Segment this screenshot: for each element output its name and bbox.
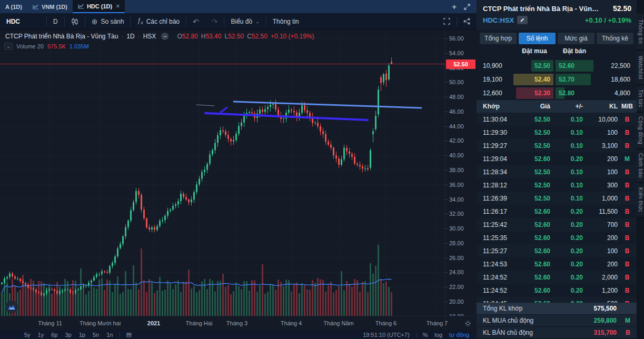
range-3p[interactable]: 3p xyxy=(65,332,72,338)
panel-tab-tổng-hợp[interactable]: Tổng hợp xyxy=(480,33,517,44)
panel-tab-số-lệnh[interactable]: Số lệnh xyxy=(519,33,556,44)
range-5n[interactable]: 5n xyxy=(93,332,99,338)
undo-button[interactable]: ↶ xyxy=(186,13,205,29)
price-tick: 48.00 xyxy=(449,94,464,100)
trades-header: KhớpGiá+/-KLM/B xyxy=(477,100,637,113)
legend-interval: 1D xyxy=(126,33,134,40)
trade-row: 11:29:3052.500.10100B xyxy=(477,126,637,139)
volume-legend: ⌄ Volume 20 575.5K 1.035M xyxy=(4,43,89,50)
price-axis[interactable]: 18.0020.0022.0024.0026.0028.0030.0032.00… xyxy=(445,30,477,316)
fullscreen-button[interactable] xyxy=(437,18,457,25)
rail-item-kiến-thức[interactable]: Kiến thức xyxy=(637,183,644,218)
panel-tab-mức-giá[interactable]: Mức giá xyxy=(558,33,595,44)
rail-item-thông-tin[interactable]: Thông tin xyxy=(637,14,644,51)
tabbar-actions: + xyxy=(452,0,477,13)
range-6p[interactable]: 6p xyxy=(51,332,57,338)
chart-bottom-bar: 5y1y6p3p1p5n1n ▤ 19:51:10 (UTC+7) % log … xyxy=(0,330,477,339)
gear-icon[interactable] xyxy=(464,320,471,327)
ohlc-values: O52.80H53.40L52.50C52.50 xyxy=(174,33,267,40)
indicators-button[interactable]: ƒx Các chỉ báo xyxy=(131,13,186,29)
side-rail: Thông tinWatchlistTin tứcCộng đồngCảnh b… xyxy=(637,0,644,339)
orderbook-row: 10,90052.5052.6022,500 xyxy=(477,59,637,73)
trade-row: 11:26:1752.600.2011,500B xyxy=(477,205,637,218)
chart-tab-hdc[interactable]: HDC (1D)× xyxy=(73,0,125,13)
last-price-badge: 52.50 xyxy=(446,59,475,69)
range-1y[interactable]: 1y xyxy=(38,332,44,338)
time-tick: Tháng 4 xyxy=(281,320,302,326)
price-tick: 54.00 xyxy=(449,50,464,56)
ask-qty: 4,800 xyxy=(595,89,637,97)
chart-tab-a[interactable]: A (1D) xyxy=(0,0,27,13)
volume-label: Volume 20 xyxy=(16,43,44,49)
rail-item-tin-tức[interactable]: Tin tức xyxy=(637,85,644,113)
symbol-search-button[interactable]: HDC xyxy=(0,13,46,29)
expand-icon[interactable] xyxy=(464,4,470,10)
rail-item-cảnh-báo[interactable]: Cảnh báo xyxy=(637,149,644,183)
interval-button[interactable]: D xyxy=(47,13,64,29)
chart-tab-vnm[interactable]: VNM (1D) xyxy=(27,0,73,13)
chart-tabbar: A (1D)VNM (1D)HDC (1D)× + xyxy=(0,0,477,13)
percent-scale-button[interactable]: % xyxy=(423,332,428,338)
trades-col-header: Giá xyxy=(519,103,550,110)
calendar-icon[interactable]: ▤ xyxy=(126,331,132,338)
trades-list[interactable]: 11:30:0452.500.1010,000B11:29:3052.500.1… xyxy=(477,113,637,303)
rail-item-watchlist[interactable]: Watchlist xyxy=(637,51,644,85)
last-price: 52.50 xyxy=(613,4,631,13)
legend-exchange: HSX xyxy=(143,33,156,40)
compare-button[interactable]: ⊕ So sánh xyxy=(85,13,131,29)
trades-col-header: +/- xyxy=(550,103,583,110)
price-tick: 46.00 xyxy=(449,108,464,115)
log-scale-button[interactable]: log xyxy=(434,332,442,338)
footer-row: KL MUA chủ động259,800M xyxy=(477,315,637,327)
time-tick: Tháng Mười hai xyxy=(80,320,121,326)
ask-price-cell[interactable]: 52.70 xyxy=(554,74,595,85)
platform-logo-icon[interactable] xyxy=(5,301,18,313)
time-axis[interactable]: Tháng 11Tháng Mười hai2021Tháng HaiTháng… xyxy=(0,316,477,330)
range-5y[interactable]: 5y xyxy=(24,332,31,338)
ask-price-cell[interactable]: 52.60 xyxy=(554,60,595,72)
undo-icon: ↶ xyxy=(193,17,199,26)
share-icon[interactable] xyxy=(457,18,477,25)
footer-row: Tổng KL khớp575,500 xyxy=(477,303,637,315)
chart-section: A (1D)VNM (1D)HDC (1D)× + HDC D ⊕ So sán… xyxy=(0,0,477,339)
trade-row: 11:30:0452.500.1010,000B xyxy=(477,113,637,126)
price-tick: 42.00 xyxy=(449,137,464,144)
legend-title: CTCP Phát triển Nhà Bà Rịa - Vũng Tàu xyxy=(5,33,118,40)
trades-col-header: KL xyxy=(583,103,618,110)
range-1p[interactable]: 1p xyxy=(79,332,85,338)
hide-series-icon[interactable]: − xyxy=(161,33,169,40)
bid-price-cell[interactable]: 52.50 xyxy=(514,60,554,72)
ask-price-cell[interactable]: 52.80 xyxy=(554,87,595,99)
line-chart-icon xyxy=(33,4,39,9)
panel-footer: Tổng KL khớp575,500KL MUA chủ động259,80… xyxy=(477,303,637,339)
edit-symbol-icon[interactable] xyxy=(517,16,528,24)
price-chart[interactable]: 18.0020.0022.0024.0026.0028.0030.0032.00… xyxy=(0,30,477,316)
bid-price-cell[interactable]: 52.40 xyxy=(514,74,554,85)
rail-item-cộng-đồng[interactable]: Cộng đồng xyxy=(637,113,644,149)
panel-tab-thống-kê[interactable]: Thống kê xyxy=(597,33,633,44)
price-tick: 44.00 xyxy=(449,123,464,129)
candle-style-button[interactable] xyxy=(65,13,85,29)
info-button[interactable]: Thông tin xyxy=(266,13,305,29)
price-tick: 32.00 xyxy=(449,211,464,217)
auto-scale-button[interactable]: tự động xyxy=(449,332,469,338)
close-tab-icon[interactable]: × xyxy=(116,3,120,10)
redo-button[interactable]: ↷ xyxy=(205,13,224,29)
clock-label: 19:51:10 (UTC+7) xyxy=(363,332,409,338)
add-tab-button[interactable]: + xyxy=(452,2,457,11)
trade-row: 11:24:4552.600.20500B xyxy=(477,297,637,303)
collapse-legend-icon[interactable]: ⌄ xyxy=(4,43,13,50)
chart-menu-button[interactable]: Biểu đồ ⌄ xyxy=(224,13,265,29)
axis-settings-corner xyxy=(445,316,477,331)
trade-row: 11:25:4252.600.20700B xyxy=(477,218,637,231)
ask-header: Đặt bán xyxy=(554,47,595,59)
price-tick: 36.00 xyxy=(449,182,464,188)
range-buttons: 5y1y6p3p1p5n1n xyxy=(24,332,113,338)
range-1n[interactable]: 1n xyxy=(106,332,113,338)
price-tick: 56.00 xyxy=(449,35,464,42)
bid-price-cell[interactable]: 52.30 xyxy=(514,87,554,99)
chart-legend: CTCP Phát triển Nhà Bà Rịa - Vũng Tàu · … xyxy=(5,33,314,40)
trade-row: 11:28:3452.500.10100B xyxy=(477,165,637,178)
candlestick-plot[interactable] xyxy=(0,30,445,316)
bid-qty: 12,600 xyxy=(477,89,514,97)
